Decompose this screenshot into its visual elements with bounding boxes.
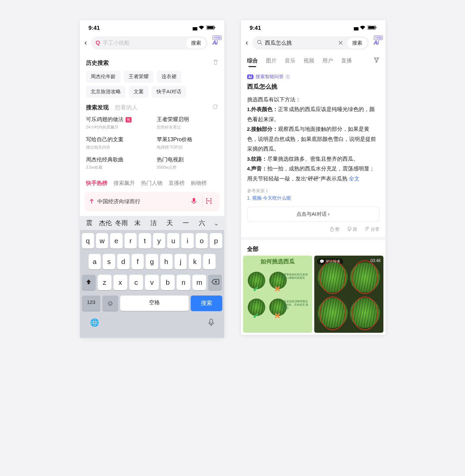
candidate-4[interactable]: 洁 (146, 219, 161, 227)
search-box[interactable]: Q 搜索 (91, 36, 208, 50)
result-tab-5[interactable]: 直播 (341, 57, 352, 64)
hot-tab-4[interactable]: 购物榜 (191, 180, 207, 187)
backspace-key[interactable] (208, 275, 222, 290)
search-button[interactable]: 搜索 (347, 38, 367, 48)
key-o[interactable]: o (196, 233, 208, 249)
back-icon[interactable]: ‹ (246, 37, 249, 49)
search-box[interactable]: ✕ 搜索 (252, 36, 369, 50)
back-icon[interactable]: ‹ (85, 37, 88, 49)
candidate-collapse[interactable]: ⌄ (211, 219, 222, 227)
result-tab-4[interactable]: 用户 (322, 57, 333, 64)
history-chip-0[interactable]: 周杰伦年龄 (86, 71, 121, 83)
discover-item-4[interactable]: 周杰伦经典歌曲3.5w收藏 (86, 156, 147, 170)
shift-key[interactable] (82, 275, 96, 290)
key-c[interactable]: c (129, 275, 143, 290)
key-h[interactable]: h (160, 254, 173, 269)
key-q[interactable]: q (82, 233, 94, 249)
info-icon[interactable]: ⓘ (286, 74, 290, 80)
mic-icon[interactable] (189, 196, 199, 207)
key-f[interactable]: f (132, 254, 144, 269)
candidate-5[interactable]: 天 (162, 219, 177, 227)
key-n[interactable]: n (177, 275, 190, 290)
ai-icon[interactable]: Ai (372, 38, 381, 48)
history-chip-2[interactable]: 连衣裙 (157, 71, 181, 83)
like-button[interactable]: 赞 (329, 226, 340, 232)
refresh-icon[interactable] (213, 104, 218, 111)
candidate-0[interactable]: 震 (82, 219, 97, 227)
battery-icon (206, 25, 216, 32)
key-r[interactable]: r (125, 233, 137, 249)
result-tab-0[interactable]: 综合 (247, 57, 258, 64)
discover-item-5[interactable]: 热门电视剧3500w点赞 (157, 156, 218, 170)
clear-icon[interactable]: ✕ (335, 39, 346, 47)
discover-item-3[interactable]: 苹果13Pro价格电商榜·TOP10 (157, 136, 218, 150)
result-card-1[interactable]: 如何挑选西瓜 ✓ ✕ ✓ ✕ ☑ 果蒂卷曲的西瓜更甜 果肉口感相对更紧实 ☑ 瓜… (243, 256, 312, 333)
result-tab-2[interactable]: 音乐 (285, 57, 295, 64)
candidate-2[interactable]: 冬雨 (114, 219, 129, 227)
ai-chat-button[interactable]: 点击与AI对话 › (247, 207, 379, 222)
key-m[interactable]: m (192, 275, 206, 290)
key-j[interactable]: j (175, 254, 187, 269)
key-u[interactable]: u (167, 233, 179, 249)
key-l[interactable]: l (203, 254, 216, 269)
key-e[interactable]: e (110, 233, 122, 249)
hot-tab-1[interactable]: 搜索飙升 (113, 180, 135, 187)
status-bar: 9:41 (241, 20, 385, 34)
ai-point-3: 4.声音：拍一拍，成熟的西瓜水分充足，震荡感明显；用关节轻轻敲一敲，发出"砰砰"… (247, 164, 379, 183)
history-chip-1[interactable]: 王者荣耀 (124, 71, 153, 83)
discover-item-2[interactable]: 写给自己的文案搜过相关内容 (86, 136, 147, 150)
search-input[interactable] (262, 40, 335, 46)
space-key[interactable]: 空格 (120, 296, 189, 311)
key-y[interactable]: y (153, 233, 165, 249)
num-key[interactable]: 123 (82, 296, 101, 311)
key-a[interactable]: a (89, 254, 101, 269)
history-chip-4[interactable]: 文案 (129, 86, 148, 98)
status-right (192, 25, 216, 32)
key-i[interactable]: i (181, 233, 193, 249)
key-b[interactable]: b (161, 275, 175, 290)
discover-tab-0[interactable]: 搜索发现 (86, 104, 109, 111)
ai-icon[interactable]: Ai (211, 38, 220, 48)
action-row: 赞 踩 分享 (247, 222, 379, 234)
hot-tab-2[interactable]: 热门人物 (141, 180, 162, 187)
discover-tab-1[interactable]: 想看的人 (115, 104, 138, 111)
result-card-2[interactable]: 💬评论较多 03:48 (314, 256, 383, 333)
history-chip-5[interactable]: 快手AI对话 (152, 86, 186, 98)
filter-icon[interactable] (374, 57, 379, 64)
discover-item-0[interactable]: 可乐鸡翅的做法热24小时内热度飙升 (86, 116, 147, 130)
dictate-icon[interactable] (208, 318, 214, 328)
globe-icon[interactable]: 🌐 (90, 318, 99, 328)
action-key[interactable]: 搜索 (191, 296, 222, 311)
trash-icon[interactable] (213, 59, 218, 67)
ai-point-2: 3.纹路：尽量挑选纹路多、密集且整齐的西瓜。 (247, 154, 379, 164)
trend-bar[interactable]: 中国经济向绿而行 (85, 192, 220, 211)
emoji-key[interactable]: ☺ (102, 296, 118, 311)
key-v[interactable]: v (145, 275, 159, 290)
full-text-link[interactable]: 全文 (347, 176, 360, 181)
candidate-6[interactable]: 一 (179, 219, 193, 227)
hot-tab-0[interactable]: 快手热榜 (86, 180, 107, 187)
key-x[interactable]: x (113, 275, 127, 290)
candidate-7[interactable]: 六 (195, 219, 210, 227)
search-button[interactable]: 搜索 (186, 38, 206, 48)
share-button[interactable]: 分享 (365, 226, 379, 232)
candidate-3[interactable]: 末 (130, 219, 145, 227)
discover-item-1[interactable]: 王者荣耀启明您的好友看过 (157, 116, 218, 130)
search-input[interactable] (100, 40, 185, 46)
key-t[interactable]: t (139, 233, 151, 249)
key-k[interactable]: k (189, 254, 201, 269)
key-z[interactable]: z (98, 275, 111, 290)
result-tab-1[interactable]: 图片 (266, 57, 277, 64)
key-g[interactable]: g (146, 254, 158, 269)
scan-icon[interactable] (202, 196, 215, 207)
key-p[interactable]: p (210, 233, 222, 249)
result-tab-3[interactable]: 视频 (304, 57, 314, 64)
key-d[interactable]: d (117, 254, 130, 269)
key-w[interactable]: w (96, 233, 108, 249)
source-link[interactable]: 1. 视频·今天吃什么呢 (247, 195, 379, 201)
candidate-1[interactable]: 杰伦 (98, 219, 113, 227)
dislike-button[interactable]: 踩 (347, 226, 357, 232)
history-chip-3[interactable]: 北京旅游攻略 (86, 86, 126, 98)
key-s[interactable]: s (103, 254, 115, 269)
hot-tab-3[interactable]: 直播榜 (169, 180, 185, 187)
